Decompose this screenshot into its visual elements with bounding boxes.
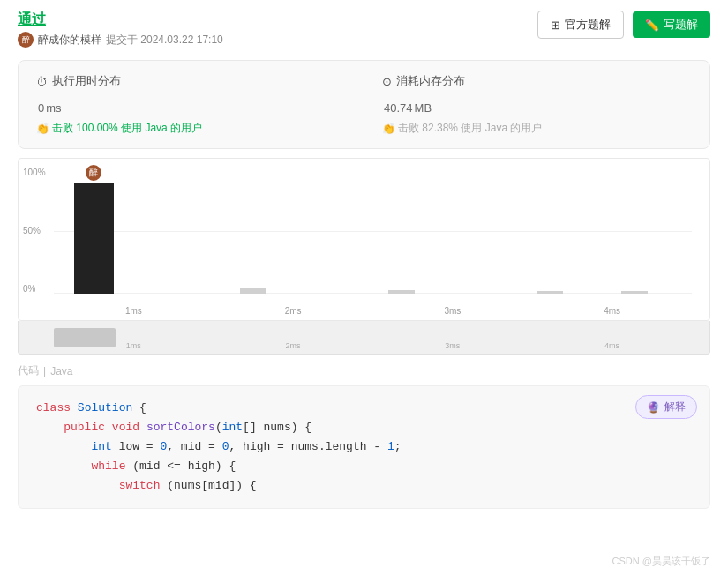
chart-section: 100% 50% 0% 醉 xyxy=(18,158,710,355)
minimap-x-labels: 1ms 2ms 3ms 4ms xyxy=(54,341,692,350)
explain-icon: 🔮 xyxy=(647,401,660,414)
chart-bar-group-5 xyxy=(612,168,658,294)
top-left: 通过 醉 醉成你的模样 提交于 2024.03.22 17:10 xyxy=(18,11,223,48)
chart-bar-4 xyxy=(537,291,563,294)
memory-stat-value: 40.74MB xyxy=(382,94,692,117)
author-name: 醉成你的模样 xyxy=(38,33,101,48)
code-line-3: int low = 0, mid = 0, high = nums.length… xyxy=(36,437,692,457)
memory-icon: ⊙ xyxy=(382,75,392,88)
chart-bar-group-3 xyxy=(372,168,430,294)
time-stat-value: 0ms xyxy=(36,94,346,117)
explain-button[interactable]: 🔮 解释 xyxy=(635,395,697,419)
clock-icon: ⏱ xyxy=(36,75,48,88)
author-row: 醉 醉成你的模样 提交于 2024.03.22 17:10 xyxy=(18,32,223,48)
code-section: 代码 | Java 🔮 解释 class Solution { public v… xyxy=(18,363,710,509)
chart-minimap: 1ms 2ms 3ms 4ms xyxy=(18,321,710,355)
chart-bar-group-1: 醉 xyxy=(54,168,133,294)
code-line-1: class Solution { xyxy=(36,399,692,418)
breadcrumb-lang[interactable]: Java xyxy=(50,365,72,377)
write-solution-button[interactable]: ✏️ 写题解 xyxy=(633,11,710,38)
stats-section: ⏱ 执行用时分布 0ms 👏 击败 100.00% 使用 Java 的用户 ⊙ … xyxy=(18,60,710,149)
pass-label[interactable]: 通过 xyxy=(18,11,223,29)
memory-stat-beat: 👏 击败 82.38% 使用 Java 的用户 xyxy=(382,121,692,136)
submitted-at: 提交于 2024.03.22 17:10 xyxy=(106,33,223,48)
top-buttons: ⊞ 官方题解 ✏️ 写题解 xyxy=(537,11,710,39)
chart-bar-group-4 xyxy=(521,168,578,294)
memory-stat-title: ⊙ 消耗内存分布 xyxy=(382,73,692,89)
bar-avatar: 醉 xyxy=(84,163,103,183)
time-stat-title: ⏱ 执行用时分布 xyxy=(36,73,346,89)
code-container: 🔮 解释 class Solution { public void sortCo… xyxy=(18,385,710,509)
top-bar: 通过 醉 醉成你的模样 提交于 2024.03.22 17:10 ⊞ 官方题解 … xyxy=(0,0,728,53)
code-line-5: while (mid <= high) { xyxy=(36,457,692,476)
breadcrumb-sep: | xyxy=(43,365,46,377)
chart-bar-2 xyxy=(240,288,266,294)
chart-bar-3 xyxy=(388,290,415,294)
watermark: CSDN @昊昊该干饭了 xyxy=(612,555,710,568)
author-avatar: 醉 xyxy=(18,32,34,48)
time-stat-beat: 👏 击败 100.00% 使用 Java 的用户 xyxy=(36,121,346,136)
chart-y-labels: 100% 50% 0% xyxy=(23,168,46,294)
breadcrumb-code[interactable]: 代码 xyxy=(18,363,39,378)
code-breadcrumb: 代码 | Java xyxy=(18,363,710,378)
code-line-6: switch (nums[mid]) { xyxy=(36,476,692,496)
chart-bar-5 xyxy=(621,291,648,294)
memory-stat-card: ⊙ 消耗内存分布 40.74MB 👏 击败 82.38% 使用 Java 的用户 xyxy=(364,61,709,148)
official-solution-button[interactable]: ⊞ 官方题解 xyxy=(537,11,624,39)
chart-bar-group-2 xyxy=(225,168,282,294)
chart-x-labels: 1ms 2ms 3ms 4ms xyxy=(54,306,692,316)
chart-area: 100% 50% 0% 醉 xyxy=(18,158,710,321)
time-stat-card: ⏱ 执行用时分布 0ms 👏 击败 100.00% 使用 Java 的用户 xyxy=(19,61,364,148)
edit-icon: ✏️ xyxy=(645,19,659,32)
code-line-2: public void sortColors(int[] nums) { xyxy=(36,418,692,437)
chart-bar-1: 醉 xyxy=(74,183,114,294)
chart-bars-container: 醉 xyxy=(54,168,692,294)
book-icon: ⊞ xyxy=(551,19,560,32)
